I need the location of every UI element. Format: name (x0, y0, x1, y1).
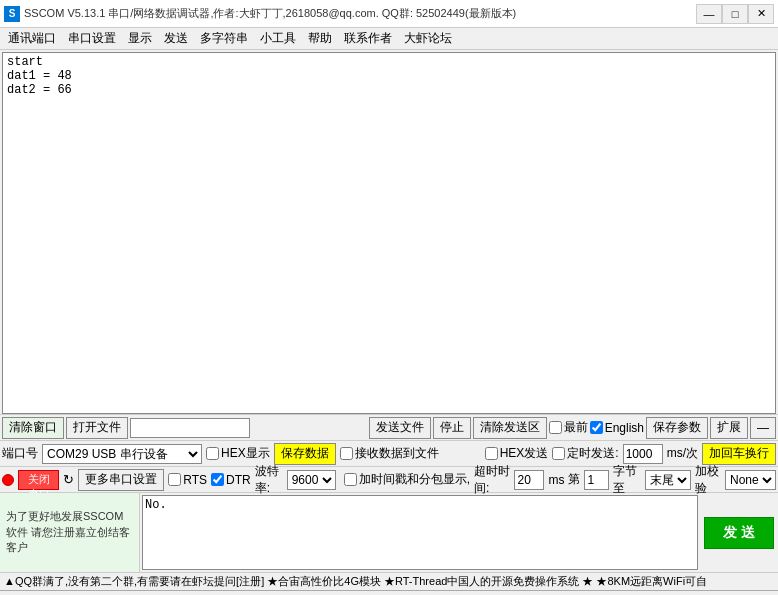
output-line-1: start (7, 55, 771, 69)
promo-area: 为了更好地发展SSCOM软件 请您注册嘉立创结客客户 (0, 493, 140, 572)
timed-value-input[interactable] (623, 444, 663, 464)
timestamp-checkbox[interactable] (344, 473, 357, 486)
baudrate-label: 波特率: (255, 463, 283, 497)
add-newline-button[interactable]: 加回车换行 (702, 443, 776, 465)
receive-file-checkbox[interactable] (340, 447, 353, 460)
output-area: start dat1 = 48 dat2 = 66 (2, 52, 776, 414)
refresh-icon[interactable]: ↻ (63, 472, 74, 487)
timed-send-label[interactable]: 定时发送: (552, 445, 618, 462)
minimize-button[interactable]: — (696, 4, 722, 24)
expand-button[interactable]: 扩展 (710, 417, 748, 439)
maximize-button[interactable]: □ (722, 4, 748, 24)
timed-send-checkbox[interactable] (552, 447, 565, 460)
menu-comm-port[interactable]: 通讯端口 (2, 28, 62, 49)
send-file-button[interactable]: 发送文件 (369, 417, 431, 439)
send-input-area-wrapper (140, 493, 700, 572)
open-close-port-button[interactable]: 关闭串口 (18, 470, 59, 490)
hex-display-text: HEX显示 (221, 445, 270, 462)
title-text: SSCOM V5.13.1 串口/网络数据调试器,作者:大虾丁丁,2618058… (24, 6, 696, 21)
hex-send-label[interactable]: HEX发送 (485, 445, 549, 462)
promo-text: 为了更好地发展SSCOM软件 请您注册嘉立创结客客户 (6, 509, 133, 555)
dtr-checkbox[interactable] (211, 473, 224, 486)
menu-serial-settings[interactable]: 串口设置 (62, 28, 122, 49)
title-bar: S SSCOM V5.13.1 串口/网络数据调试器,作者:大虾丁丁,26180… (0, 0, 778, 28)
clear-send-area-button[interactable]: 清除发送区 (473, 417, 547, 439)
receive-file-label[interactable]: 接收数据到文件 (340, 445, 439, 462)
dtr-text: DTR (226, 473, 251, 487)
rts-text: RTS (183, 473, 207, 487)
window-controls: — □ ✕ (696, 4, 774, 24)
english-checkbox-label[interactable]: English (590, 421, 644, 435)
timestamp-text: 加时间戳和分包显示, (359, 471, 470, 488)
timeout-input[interactable] (514, 470, 544, 490)
topmost-label: 最前 (564, 419, 588, 436)
open-file-button[interactable]: 打开文件 (66, 417, 128, 439)
send-input[interactable] (142, 495, 698, 570)
close-button[interactable]: ✕ (748, 4, 774, 24)
send-button[interactable]: 发 送 (704, 517, 774, 549)
port-select[interactable]: COM29 USB 串行设备 (42, 444, 202, 464)
settings-row-2: 关闭串口 ↻ 更多串口设置 RTS DTR 波特率: 9600 加时间戳和分包显… (0, 466, 778, 492)
stop-button[interactable]: 停止 (433, 417, 471, 439)
send-button-area: 发 送 (700, 493, 778, 572)
more-ports-button[interactable]: 更多串口设置 (78, 469, 164, 491)
timeout-label: 超时时间: (474, 463, 510, 497)
menu-display[interactable]: 显示 (122, 28, 158, 49)
send-area: 为了更好地发展SSCOM软件 请您注册嘉立创结客客户 发 送 (0, 492, 778, 572)
english-checkbox[interactable] (590, 421, 603, 434)
byte-unit: 字节 至 (613, 463, 641, 497)
timestamp-label[interactable]: 加时间戳和分包显示, (344, 471, 470, 488)
save-data-button[interactable]: 保存数据 (274, 443, 336, 465)
topmost-checkbox-label[interactable]: 最前 (549, 419, 588, 436)
toolbar-row: 清除窗口 打开文件 发送文件 停止 清除发送区 最前 English 保存参数 … (0, 414, 778, 440)
byte-num-label: 第 (568, 471, 580, 488)
app-icon: S (4, 6, 20, 22)
status-bar: www.daxia.com S:0 R:29 COM29 已打开 9600bps… (0, 590, 778, 595)
hex-display-label[interactable]: HEX显示 (206, 445, 270, 462)
rts-label[interactable]: RTS (168, 473, 207, 487)
timed-send-text: 定时发送: (567, 445, 618, 462)
hex-send-checkbox[interactable] (485, 447, 498, 460)
hex-display-checkbox[interactable] (206, 447, 219, 460)
baudrate-select[interactable]: 9600 (287, 470, 336, 490)
byte-end-select[interactable]: 末尾 (645, 470, 691, 490)
port-label: 端口号 (2, 445, 38, 462)
english-label: English (605, 421, 644, 435)
checksum-select[interactable]: None (725, 470, 776, 490)
hex-send-text: HEX发送 (500, 445, 549, 462)
led-indicator (2, 473, 14, 487)
clear-window-button[interactable]: 清除窗口 (2, 417, 64, 439)
output-line-3: dat2 = 66 (7, 83, 771, 97)
menu-send[interactable]: 发送 (158, 28, 194, 49)
save-params-button[interactable]: 保存参数 (646, 417, 708, 439)
output-line-2: dat1 = 48 (7, 69, 771, 83)
menu-tools[interactable]: 小工具 (254, 28, 302, 49)
rts-checkbox[interactable] (168, 473, 181, 486)
byte-num-input[interactable] (584, 470, 609, 490)
settings-row-1: 端口号 COM29 USB 串行设备 HEX显示 保存数据 接收数据到文件 HE… (0, 440, 778, 466)
menu-multistring[interactable]: 多字符串 (194, 28, 254, 49)
menu-contact[interactable]: 联系作者 (338, 28, 398, 49)
menu-forum[interactable]: 大虾论坛 (398, 28, 458, 49)
timeout-unit: ms (548, 473, 564, 487)
menu-help[interactable]: 帮助 (302, 28, 338, 49)
menu-bar: 通讯端口 串口设置 显示 发送 多字符串 小工具 帮助 联系作者 大虾论坛 (0, 28, 778, 50)
marquee-text: ▲QQ群满了,没有第二个群,有需要请在虾坛提问[注册] ★合宙高性价比4G模块 … (4, 575, 707, 587)
power-led (2, 474, 14, 486)
timed-unit-text: ms/次 (667, 445, 698, 462)
topmost-checkbox[interactable] (549, 421, 562, 434)
receive-file-text: 接收数据到文件 (355, 445, 439, 462)
collapse-button[interactable]: — (750, 417, 776, 439)
marquee-area: ▲QQ群满了,没有第二个群,有需要请在虾坛提问[注册] ★合宙高性价比4G模块 … (0, 572, 778, 590)
file-input[interactable] (130, 418, 250, 438)
checksum-label: 加校验 (695, 463, 721, 497)
dtr-label[interactable]: DTR (211, 473, 251, 487)
